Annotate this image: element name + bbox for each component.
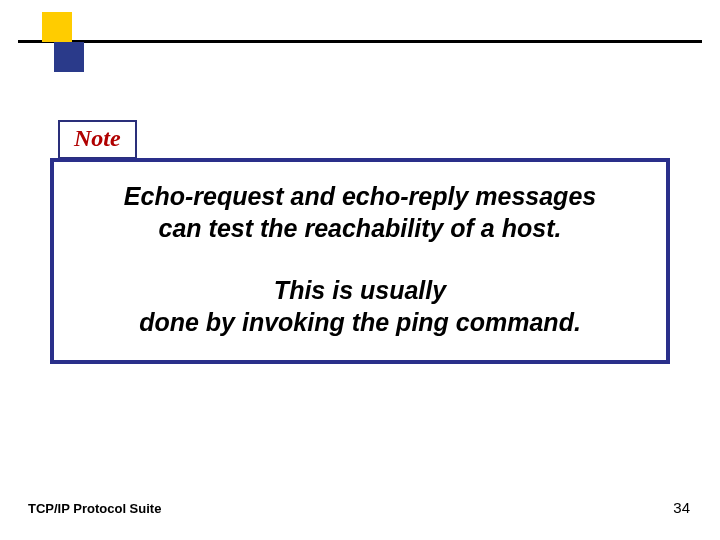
content-line-4: done by invoking the ping command. bbox=[139, 308, 581, 336]
footer-title: TCP/IP Protocol Suite bbox=[28, 501, 161, 516]
note-label: Note bbox=[74, 125, 121, 151]
content-line-3: This is usually bbox=[274, 276, 446, 304]
content-paragraph-2: This is usually done by invoking the pin… bbox=[66, 274, 654, 338]
content-line-1: Echo-request and echo-reply messages bbox=[124, 182, 596, 210]
page-number: 34 bbox=[673, 499, 690, 516]
corner-decoration bbox=[18, 12, 108, 72]
blue-square-icon bbox=[54, 42, 84, 72]
yellow-square-icon bbox=[42, 12, 72, 42]
header-rule bbox=[18, 40, 702, 43]
note-box: Note bbox=[58, 120, 137, 159]
content-line-2: can test the reachability of a host. bbox=[159, 214, 562, 242]
content-paragraph-1: Echo-request and echo-reply messages can… bbox=[66, 180, 654, 244]
content-box: Echo-request and echo-reply messages can… bbox=[50, 158, 670, 364]
